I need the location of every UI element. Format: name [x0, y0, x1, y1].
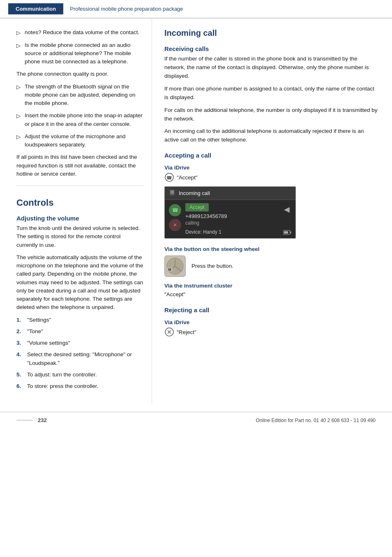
- quality-bullet-2-text: Insert the mobile phone into the snap-in…: [25, 111, 143, 128]
- list-num: 5.: [16, 371, 24, 379]
- list-item: 1. "Settings": [16, 316, 143, 324]
- list-num: 1.: [16, 316, 24, 324]
- page-header: Communication Professional mobile phone …: [0, 0, 392, 19]
- receiving-text-4: An incoming call to the additional telep…: [164, 127, 380, 144]
- svg-text:☎: ☎: [168, 268, 172, 272]
- svg-text:✕: ✕: [173, 222, 177, 228]
- steering-wheel-button-image: ☎: [164, 255, 186, 277]
- list-num: 4.: [16, 350, 24, 359]
- accept-icon-line: ☎ "Accept": [164, 172, 380, 182]
- incoming-call-screenshot: Incoming call ☎ ✕ Accept +4989123456789 …: [164, 186, 296, 239]
- adj-volume-text1: Turn the knob until the desired volume i…: [16, 224, 143, 249]
- steering-btn-area: ☎ Press the button.: [164, 255, 380, 277]
- intro-bullet-1: ▷ notes? Reduce the data volume of the c…: [16, 28, 143, 37]
- icb-side: ◀: [282, 203, 291, 235]
- svg-point-4: [172, 194, 173, 195]
- icb-icons: ☎ ✕: [169, 203, 181, 235]
- connection-quality-text: The phone connection quality is poor.: [16, 70, 143, 78]
- icb-accept-button: Accept: [185, 203, 209, 211]
- accepting-call-heading: Accepting a call: [164, 152, 380, 159]
- icb-header: Incoming call: [165, 187, 295, 200]
- via-instrument-heading: Via the instrument cluster: [164, 283, 380, 289]
- right-column: Incoming call Receiving calls If the num…: [152, 19, 392, 404]
- receiving-text-2: If more than one phone number is assigne…: [164, 85, 380, 102]
- list-text: Select the desired setting: "Microphone"…: [27, 350, 143, 367]
- svg-text:☎: ☎: [172, 207, 178, 213]
- accept-circle-icon: ☎: [169, 204, 181, 216]
- list-num: 2.: [16, 327, 24, 336]
- svg-rect-8: [291, 232, 291, 234]
- via-idrive-heading: Via iDrive: [164, 165, 380, 171]
- icb-device-text: Device: Handy 1: [185, 229, 278, 235]
- list-text: "Settings": [27, 316, 51, 324]
- icb-info: Accept +4989123456789 calling Device: Ha…: [185, 203, 278, 235]
- receiving-text-1: If the number of the caller is stored in…: [164, 55, 380, 81]
- bullet-arrow-icon: ▷: [16, 133, 21, 141]
- icb-phone-icon: [169, 189, 175, 197]
- intro-bullet-2-text: Is the mobile phone connected as an audi…: [25, 41, 143, 66]
- icb-battery-icon: [282, 229, 291, 235]
- receiving-text-3: For calls on the additional telephone, t…: [164, 106, 380, 123]
- numbered-list: 1. "Settings" 2. "Tone" 3. "Volume setti…: [16, 316, 143, 391]
- bullet-arrow-icon: ▷: [16, 29, 21, 37]
- receiving-calls-heading: Receiving calls: [164, 45, 380, 52]
- intro-bullet-1-text: notes? Reduce the data volume of the con…: [25, 28, 139, 37]
- accept-text: "Accept": [177, 174, 198, 181]
- reject-icon-line: "Reject": [164, 327, 380, 337]
- list-item: 2. "Tone": [16, 327, 143, 336]
- via-idrive-reject-heading: Via iDrive: [164, 319, 380, 325]
- quality-bullet-3-text: Adjust the volume of the microphone and …: [25, 132, 143, 149]
- icb-header-text: Incoming call: [179, 190, 210, 196]
- page-footer: 232 Online Edition for Part no. 01 40 2 …: [0, 412, 392, 428]
- list-item: 5. To adjust: turn the controller.: [16, 371, 143, 379]
- steering-press-text: Press the button.: [191, 262, 233, 271]
- icb-body: ☎ ✕ Accept +4989123456789 calling Device…: [165, 200, 295, 238]
- icb-phone-number: +4989123456789: [185, 213, 278, 219]
- list-num: 6.: [16, 382, 24, 390]
- reject-text: "Reject": [177, 329, 196, 335]
- quality-bullet-1-text: The strength of the Bluetooth signal on …: [25, 83, 143, 108]
- svg-rect-3: [171, 190, 174, 194]
- phone-reject-icon: [164, 327, 174, 337]
- svg-rect-9: [284, 231, 288, 234]
- bullet-arrow-icon: ▷: [16, 42, 21, 50]
- edition-text: Online Edition for Part no. 01 40 2 608 …: [256, 418, 376, 423]
- via-instrument-text: "Accept": [164, 290, 380, 299]
- list-item: 6. To store: press the controller.: [16, 382, 143, 390]
- list-text: To store: press the controller.: [27, 382, 98, 390]
- intro-bullet-2: ▷ Is the mobile phone connected as an au…: [16, 41, 143, 66]
- if-all-text: If all points in this list have been che…: [16, 153, 143, 178]
- incoming-call-heading: Incoming call: [164, 28, 380, 38]
- section-divider: [16, 186, 143, 186]
- header-title: Professional mobile phone preparation pa…: [63, 6, 183, 12]
- quality-bullet-1: ▷ The strength of the Bluetooth signal o…: [16, 83, 143, 108]
- icb-back-arrow-icon: ◀: [282, 203, 291, 216]
- list-text: To adjust: turn the controller.: [27, 371, 97, 379]
- main-content: ▷ notes? Reduce the data volume of the c…: [0, 19, 392, 404]
- quality-bullet-2: ▷ Insert the mobile phone into the snap-…: [16, 111, 143, 128]
- list-text: "Tone": [27, 327, 43, 336]
- reject-circle-icon: ✕: [169, 219, 181, 231]
- svg-text:☎: ☎: [166, 175, 172, 180]
- adj-volume-text2: The vehicle automatically adjusts the vo…: [16, 253, 143, 312]
- list-text: "Volume settings": [27, 339, 70, 347]
- bullet-arrow-icon: ▷: [16, 83, 21, 91]
- phone-accept-icon: ☎: [164, 172, 174, 182]
- rejecting-call-heading: Rejecting a call: [164, 306, 380, 313]
- list-item: 3. "Volume settings": [16, 339, 143, 347]
- left-column: ▷ notes? Reduce the data volume of the c…: [0, 19, 152, 404]
- header-tab: Communication: [8, 3, 63, 14]
- list-item: 4. Select the desired setting: "Micropho…: [16, 350, 143, 367]
- icb-calling-text: calling: [185, 220, 278, 226]
- page-number: 232: [38, 417, 47, 423]
- list-num: 3.: [16, 339, 24, 347]
- adjusting-volume-heading: Adjusting the volume: [16, 215, 143, 222]
- bullet-arrow-icon: ▷: [16, 112, 21, 120]
- controls-heading: Controls: [16, 197, 143, 208]
- quality-bullet-3: ▷ Adjust the volume of the microphone an…: [16, 132, 143, 149]
- via-steering-heading: Via the button on the steering wheel: [164, 246, 380, 252]
